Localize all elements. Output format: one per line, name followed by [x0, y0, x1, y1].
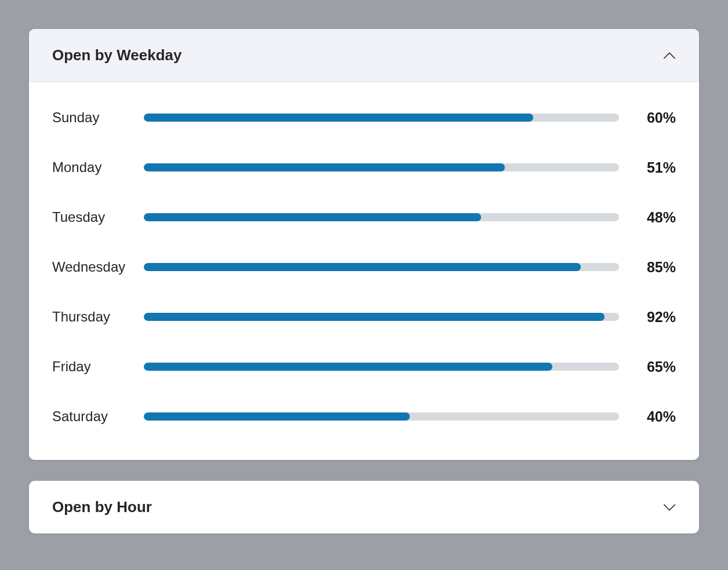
bar-track — [144, 114, 619, 122]
bar-fill — [144, 263, 581, 271]
panel-open-by-hour-header[interactable]: Open by Hour — [29, 481, 699, 534]
panel-open-by-weekday: Open by Weekday Sunday 60% Monday 51% Tu… — [29, 29, 699, 460]
bar-value: 60% — [635, 109, 676, 126]
bar-track — [144, 263, 619, 271]
panel-open-by-hour-title: Open by Hour — [52, 498, 152, 516]
bar-track — [144, 412, 619, 421]
panel-open-by-hour: Open by Hour — [29, 481, 699, 534]
bar-value: 51% — [635, 159, 676, 176]
bar-track — [144, 163, 619, 171]
panel-open-by-weekday-header[interactable]: Open by Weekday — [29, 29, 699, 82]
bar-fill — [144, 163, 505, 171]
bar-track — [144, 363, 619, 371]
bar-row-tuesday: Tuesday 48% — [52, 203, 676, 232]
bar-value: 65% — [635, 359, 676, 375]
panel-open-by-weekday-body: Sunday 60% Monday 51% Tuesday 48% Wednes… — [29, 82, 699, 460]
bar-fill — [144, 313, 605, 321]
bar-row-monday: Monday 51% — [52, 153, 676, 182]
bar-value: 85% — [635, 259, 676, 276]
chevron-down-icon — [663, 503, 676, 511]
bar-label: Tuesday — [52, 209, 144, 225]
bar-label: Saturday — [52, 408, 144, 425]
bar-label: Thursday — [52, 309, 144, 325]
bar-value: 40% — [635, 408, 676, 425]
bar-value: 48% — [635, 209, 676, 226]
bar-track — [144, 213, 619, 221]
chevron-up-icon — [663, 52, 676, 60]
bar-row-sunday: Sunday 60% — [52, 103, 676, 132]
bar-value: 92% — [635, 309, 676, 326]
bar-row-thursday: Thursday 92% — [52, 302, 676, 331]
bar-fill — [144, 412, 410, 421]
bar-fill — [144, 114, 533, 122]
bar-row-friday: Friday 65% — [52, 352, 676, 381]
bar-label: Friday — [52, 359, 144, 375]
panel-open-by-weekday-title: Open by Weekday — [52, 46, 182, 64]
bar-fill — [144, 213, 481, 221]
bar-label: Sunday — [52, 109, 144, 126]
bar-label: Monday — [52, 159, 144, 176]
bar-label: Wednesday — [52, 259, 144, 275]
bar-fill — [144, 363, 552, 371]
bar-track — [144, 313, 619, 321]
bar-row-wednesday: Wednesday 85% — [52, 253, 676, 282]
bar-row-saturday: Saturday 40% — [52, 402, 676, 431]
